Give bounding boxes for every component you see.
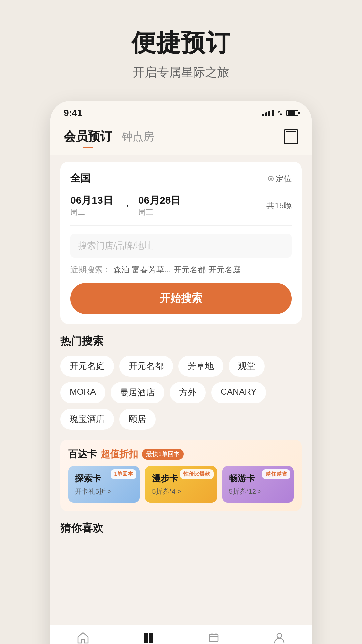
tab-member-booking[interactable]: 会员预订 — [64, 128, 112, 145]
recent-item[interactable]: 森泊 — [113, 264, 129, 275]
hot-search-title: 热门搜索 — [60, 334, 302, 349]
recent-item[interactable]: 开元名都 — [174, 264, 206, 275]
phone-content: 全国 定位 06月13日 周二 → 06月28日 周三 共15晚 — [50, 155, 312, 625]
promo-card-travel[interactable]: 越住越省 畅游卡 5折券*12 > — [222, 466, 294, 503]
hot-tag[interactable]: 观堂 — [229, 356, 265, 377]
hot-tag[interactable]: 开元名都 — [119, 356, 173, 377]
search-card: 全国 定位 06月13日 周二 → 06月28日 周三 共15晚 — [60, 162, 302, 324]
phone-frame: 9:41 ∿ 会员预订 钟点房 全国 定位 — [50, 101, 312, 644]
promo-badge: 最快1单回本 — [142, 449, 184, 460]
promo-card-badge: 越住越省 — [262, 469, 290, 479]
promo-title-main: 百达卡 — [68, 448, 97, 461]
location-row: 全国 定位 — [70, 172, 292, 185]
nav-item-mine[interactable]: 我的 — [272, 630, 287, 644]
bottom-nav: 首页 预订 行程 — [50, 625, 312, 644]
hot-search-section: 热门搜索 开元名庭 开元名都 芳草地 观堂 MORA 曼居酒店 方外 CANAR… — [60, 334, 302, 430]
recent-label: 近期搜索： — [70, 264, 111, 275]
search-input[interactable]: 搜索门店/品牌/地址 — [70, 234, 292, 258]
hot-tag[interactable]: 曼居酒店 — [111, 382, 164, 403]
nav-header: 会员预订 钟点房 — [50, 122, 312, 155]
date-nights: 共15晚 — [266, 200, 292, 211]
date-end-main: 06月28日 — [138, 194, 181, 207]
hot-tag[interactable]: 开元名庭 — [60, 356, 114, 377]
recent-item[interactable]: 富春芳草... — [132, 264, 171, 275]
promo-header: 百达卡 超值折扣 最快1单回本 — [68, 448, 294, 461]
nav-tabs: 会员预订 钟点房 — [64, 128, 154, 145]
nav-item-home[interactable]: 首页 — [76, 630, 90, 644]
promo-cards: 1单回本 探索卡 开卡礼5折 > 性价比爆款 漫步卡 5折券*4 > 越住越省 … — [68, 466, 294, 503]
promo-card-walk[interactable]: 性价比爆款 漫步卡 5折券*4 > — [145, 466, 217, 503]
hot-tag-canary[interactable]: CANARY — [211, 382, 266, 403]
location-dot-icon — [268, 176, 274, 181]
location-label: 定位 — [276, 173, 292, 184]
battery-icon — [286, 110, 298, 116]
home-icon — [76, 630, 90, 644]
date-end-day: 周三 — [138, 207, 181, 217]
tab-hourly-room[interactable]: 钟点房 — [122, 129, 154, 144]
svg-rect-0 — [144, 633, 148, 643]
location-button[interactable]: 定位 — [268, 173, 292, 184]
promo-card-badge: 1单回本 — [111, 469, 136, 479]
svg-rect-2 — [210, 634, 218, 642]
status-bar: 9:41 ∿ — [50, 101, 312, 122]
promo-card-explore[interactable]: 1单回本 探索卡 开卡礼5折 > — [68, 466, 140, 503]
qr-icon[interactable] — [284, 129, 298, 144]
promo-card-desc: 开卡礼5折 > — [75, 487, 133, 496]
promo-title-sub: 超值折扣 — [101, 448, 138, 461]
time: 9:41 — [64, 108, 82, 118]
signal-icon — [262, 110, 274, 116]
date-row[interactable]: 06月13日 周二 → 06月28日 周三 共15晚 — [70, 194, 292, 226]
svg-rect-1 — [149, 633, 153, 643]
date-arrow-icon: → — [121, 200, 130, 211]
hot-tag[interactable]: MORA — [60, 382, 105, 403]
date-start-day: 周二 — [70, 207, 113, 217]
date-start[interactable]: 06月13日 周二 — [70, 194, 113, 217]
page-header: 便捷预订 开启专属星际之旅 — [131, 0, 231, 94]
hot-tag[interactable]: 瑰宝酒店 — [60, 409, 114, 430]
sub-title: 开启专属星际之旅 — [131, 64, 231, 81]
nav-item-booking[interactable]: 预订 — [141, 630, 156, 644]
date-start-main: 06月13日 — [70, 194, 113, 207]
main-title: 便捷预订 — [131, 27, 231, 59]
search-button[interactable]: 开始搜索 — [70, 283, 292, 314]
nav-item-trip[interactable]: 行程 — [206, 630, 221, 644]
location-text[interactable]: 全国 — [70, 172, 90, 185]
date-end[interactable]: 06月28日 周三 — [138, 194, 181, 217]
promo-card-desc: 5折券*4 > — [152, 487, 210, 496]
hot-tags: 开元名庭 开元名都 芳草地 观堂 MORA 曼居酒店 方外 CANARY 瑰宝酒… — [60, 356, 302, 430]
trip-icon — [206, 630, 221, 644]
svg-point-3 — [277, 633, 282, 638]
hot-tag[interactable]: 颐居 — [119, 409, 156, 430]
booking-icon — [141, 630, 156, 644]
status-icons: ∿ — [262, 109, 298, 117]
hot-tag[interactable]: 芳草地 — [178, 356, 223, 377]
search-placeholder: 搜索门店/品牌/地址 — [78, 240, 153, 251]
wifi-icon: ∿ — [277, 109, 283, 117]
guess-section-title: 猜你喜欢 — [60, 521, 302, 536]
recent-item[interactable]: 开元名庭 — [208, 264, 241, 275]
recent-search: 近期搜索： 森泊 富春芳草... 开元名都 开元名庭 — [70, 264, 292, 275]
promo-card-desc: 5折券*12 > — [229, 487, 287, 496]
mine-icon — [272, 630, 287, 644]
hot-tag[interactable]: 方外 — [170, 382, 206, 403]
promo-section: 百达卡 超值折扣 最快1单回本 1单回本 探索卡 开卡礼5折 > 性价比爆款 漫… — [60, 440, 302, 511]
promo-card-badge: 性价比爆款 — [180, 469, 214, 479]
